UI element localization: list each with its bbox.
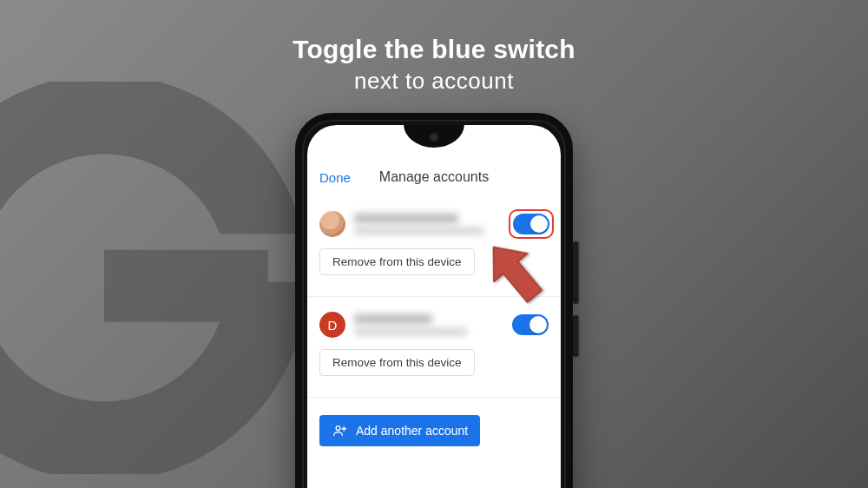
phone-screen: Done Manage accounts	[307, 125, 561, 488]
person-add-icon	[332, 423, 347, 439]
svg-point-2	[0, 114, 268, 441]
remove-from-device-button[interactable]: Remove from this device	[319, 349, 475, 376]
account-info-redacted	[354, 214, 504, 234]
camera-notch-icon	[404, 125, 464, 148]
instruction-heading: Toggle the blue switch next to account	[0, 35, 868, 95]
phone-side-button	[573, 315, 578, 357]
divider	[307, 397, 561, 398]
account-item: Remove from this device	[319, 207, 549, 286]
add-account-label: Add another account	[356, 424, 468, 438]
account-toggle[interactable]	[512, 314, 549, 335]
page-title: Manage accounts	[319, 169, 549, 185]
top-bar: Done Manage accounts	[319, 163, 549, 191]
remove-from-device-button[interactable]: Remove from this device	[319, 248, 475, 275]
phone-frame: Done Manage accounts	[295, 113, 573, 488]
highlight-box	[509, 209, 554, 239]
avatar-letter: D	[328, 318, 338, 333]
add-another-account-button[interactable]: Add another account	[319, 415, 480, 446]
phone-side-button	[573, 241, 578, 304]
instruction-line-2: next to account	[0, 68, 868, 95]
divider	[307, 296, 561, 297]
account-toggle[interactable]	[513, 214, 549, 234]
avatar: D	[319, 312, 345, 338]
instruction-line-1: Toggle the blue switch	[0, 35, 868, 64]
account-item: D Remove from this device	[319, 307, 549, 386]
background-google-g-icon	[0, 78, 304, 478]
account-info-redacted	[354, 314, 503, 335]
manage-accounts-screen: Done Manage accounts	[307, 156, 561, 488]
svg-rect-3	[104, 250, 268, 322]
avatar	[319, 211, 345, 237]
svg-point-4	[336, 426, 340, 431]
done-button[interactable]: Done	[319, 170, 351, 185]
